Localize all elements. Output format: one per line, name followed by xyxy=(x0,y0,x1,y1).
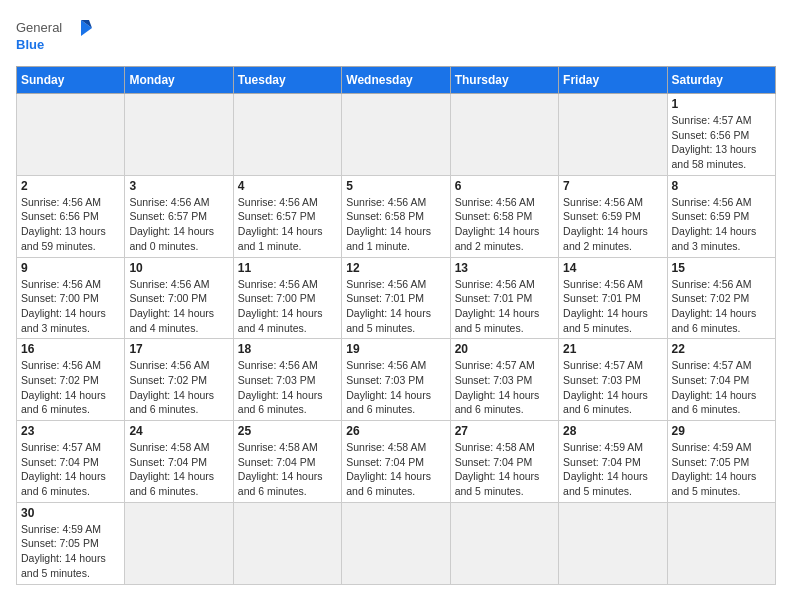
day-number: 27 xyxy=(455,424,554,438)
calendar-cell: 4Sunrise: 4:56 AM Sunset: 6:57 PM Daylig… xyxy=(233,175,341,257)
day-info: Sunrise: 4:56 AM Sunset: 7:01 PM Dayligh… xyxy=(563,277,662,336)
day-number: 26 xyxy=(346,424,445,438)
calendar-week-row: 23Sunrise: 4:57 AM Sunset: 7:04 PM Dayli… xyxy=(17,421,776,503)
day-info: Sunrise: 4:56 AM Sunset: 7:00 PM Dayligh… xyxy=(21,277,120,336)
calendar-cell: 11Sunrise: 4:56 AM Sunset: 7:00 PM Dayli… xyxy=(233,257,341,339)
calendar-week-row: 1Sunrise: 4:57 AM Sunset: 6:56 PM Daylig… xyxy=(17,94,776,176)
calendar-cell xyxy=(559,502,667,584)
day-number: 19 xyxy=(346,342,445,356)
day-info: Sunrise: 4:56 AM Sunset: 7:00 PM Dayligh… xyxy=(238,277,337,336)
calendar-cell: 8Sunrise: 4:56 AM Sunset: 6:59 PM Daylig… xyxy=(667,175,775,257)
calendar-table: SundayMondayTuesdayWednesdayThursdayFrid… xyxy=(16,66,776,585)
day-info: Sunrise: 4:58 AM Sunset: 7:04 PM Dayligh… xyxy=(238,440,337,499)
calendar-cell xyxy=(342,94,450,176)
day-info: Sunrise: 4:57 AM Sunset: 7:03 PM Dayligh… xyxy=(563,358,662,417)
logo: General Blue xyxy=(16,16,96,56)
calendar-cell: 26Sunrise: 4:58 AM Sunset: 7:04 PM Dayli… xyxy=(342,421,450,503)
day-number: 25 xyxy=(238,424,337,438)
day-info: Sunrise: 4:56 AM Sunset: 7:02 PM Dayligh… xyxy=(129,358,228,417)
day-number: 7 xyxy=(563,179,662,193)
calendar-cell: 30Sunrise: 4:59 AM Sunset: 7:05 PM Dayli… xyxy=(17,502,125,584)
calendar-cell: 29Sunrise: 4:59 AM Sunset: 7:05 PM Dayli… xyxy=(667,421,775,503)
day-info: Sunrise: 4:56 AM Sunset: 6:57 PM Dayligh… xyxy=(238,195,337,254)
day-number: 11 xyxy=(238,261,337,275)
day-info: Sunrise: 4:57 AM Sunset: 7:04 PM Dayligh… xyxy=(21,440,120,499)
calendar-cell: 27Sunrise: 4:58 AM Sunset: 7:04 PM Dayli… xyxy=(450,421,558,503)
day-info: Sunrise: 4:56 AM Sunset: 7:02 PM Dayligh… xyxy=(21,358,120,417)
calendar-week-row: 2Sunrise: 4:56 AM Sunset: 6:56 PM Daylig… xyxy=(17,175,776,257)
calendar-cell: 12Sunrise: 4:56 AM Sunset: 7:01 PM Dayli… xyxy=(342,257,450,339)
day-info: Sunrise: 4:56 AM Sunset: 6:56 PM Dayligh… xyxy=(21,195,120,254)
day-number: 16 xyxy=(21,342,120,356)
day-header-sunday: Sunday xyxy=(17,67,125,94)
calendar-cell xyxy=(450,502,558,584)
day-info: Sunrise: 4:56 AM Sunset: 7:03 PM Dayligh… xyxy=(238,358,337,417)
day-number: 12 xyxy=(346,261,445,275)
calendar-cell: 5Sunrise: 4:56 AM Sunset: 6:58 PM Daylig… xyxy=(342,175,450,257)
day-header-monday: Monday xyxy=(125,67,233,94)
calendar-cell xyxy=(233,94,341,176)
day-number: 24 xyxy=(129,424,228,438)
day-number: 28 xyxy=(563,424,662,438)
calendar-cell: 22Sunrise: 4:57 AM Sunset: 7:04 PM Dayli… xyxy=(667,339,775,421)
calendar-cell xyxy=(233,502,341,584)
day-header-friday: Friday xyxy=(559,67,667,94)
calendar-cell: 2Sunrise: 4:56 AM Sunset: 6:56 PM Daylig… xyxy=(17,175,125,257)
day-info: Sunrise: 4:56 AM Sunset: 7:01 PM Dayligh… xyxy=(346,277,445,336)
day-number: 14 xyxy=(563,261,662,275)
day-number: 18 xyxy=(238,342,337,356)
svg-text:General: General xyxy=(16,20,62,35)
day-header-saturday: Saturday xyxy=(667,67,775,94)
calendar-cell: 14Sunrise: 4:56 AM Sunset: 7:01 PM Dayli… xyxy=(559,257,667,339)
day-info: Sunrise: 4:56 AM Sunset: 7:03 PM Dayligh… xyxy=(346,358,445,417)
day-info: Sunrise: 4:57 AM Sunset: 7:03 PM Dayligh… xyxy=(455,358,554,417)
calendar-cell xyxy=(342,502,450,584)
day-info: Sunrise: 4:56 AM Sunset: 6:59 PM Dayligh… xyxy=(563,195,662,254)
day-info: Sunrise: 4:57 AM Sunset: 6:56 PM Dayligh… xyxy=(672,113,771,172)
calendar-cell xyxy=(17,94,125,176)
svg-text:Blue: Blue xyxy=(16,37,44,52)
day-info: Sunrise: 4:56 AM Sunset: 6:57 PM Dayligh… xyxy=(129,195,228,254)
day-info: Sunrise: 4:59 AM Sunset: 7:05 PM Dayligh… xyxy=(672,440,771,499)
calendar-cell: 21Sunrise: 4:57 AM Sunset: 7:03 PM Dayli… xyxy=(559,339,667,421)
calendar-cell: 17Sunrise: 4:56 AM Sunset: 7:02 PM Dayli… xyxy=(125,339,233,421)
day-header-tuesday: Tuesday xyxy=(233,67,341,94)
calendar-header-row: SundayMondayTuesdayWednesdayThursdayFrid… xyxy=(17,67,776,94)
day-info: Sunrise: 4:58 AM Sunset: 7:04 PM Dayligh… xyxy=(129,440,228,499)
day-number: 5 xyxy=(346,179,445,193)
day-info: Sunrise: 4:59 AM Sunset: 7:05 PM Dayligh… xyxy=(21,522,120,581)
calendar-cell: 24Sunrise: 4:58 AM Sunset: 7:04 PM Dayli… xyxy=(125,421,233,503)
day-info: Sunrise: 4:58 AM Sunset: 7:04 PM Dayligh… xyxy=(455,440,554,499)
calendar-cell: 9Sunrise: 4:56 AM Sunset: 7:00 PM Daylig… xyxy=(17,257,125,339)
day-number: 15 xyxy=(672,261,771,275)
calendar-cell: 20Sunrise: 4:57 AM Sunset: 7:03 PM Dayli… xyxy=(450,339,558,421)
day-number: 30 xyxy=(21,506,120,520)
calendar-cell: 19Sunrise: 4:56 AM Sunset: 7:03 PM Dayli… xyxy=(342,339,450,421)
day-number: 23 xyxy=(21,424,120,438)
calendar-cell: 13Sunrise: 4:56 AM Sunset: 7:01 PM Dayli… xyxy=(450,257,558,339)
calendar-cell: 1Sunrise: 4:57 AM Sunset: 6:56 PM Daylig… xyxy=(667,94,775,176)
day-number: 17 xyxy=(129,342,228,356)
calendar-cell xyxy=(125,94,233,176)
calendar-cell: 28Sunrise: 4:59 AM Sunset: 7:04 PM Dayli… xyxy=(559,421,667,503)
day-info: Sunrise: 4:56 AM Sunset: 7:01 PM Dayligh… xyxy=(455,277,554,336)
calendar-cell xyxy=(450,94,558,176)
day-info: Sunrise: 4:58 AM Sunset: 7:04 PM Dayligh… xyxy=(346,440,445,499)
day-info: Sunrise: 4:56 AM Sunset: 6:58 PM Dayligh… xyxy=(346,195,445,254)
calendar-cell: 15Sunrise: 4:56 AM Sunset: 7:02 PM Dayli… xyxy=(667,257,775,339)
day-header-thursday: Thursday xyxy=(450,67,558,94)
day-info: Sunrise: 4:57 AM Sunset: 7:04 PM Dayligh… xyxy=(672,358,771,417)
day-info: Sunrise: 4:59 AM Sunset: 7:04 PM Dayligh… xyxy=(563,440,662,499)
calendar-cell: 23Sunrise: 4:57 AM Sunset: 7:04 PM Dayli… xyxy=(17,421,125,503)
calendar-cell: 3Sunrise: 4:56 AM Sunset: 6:57 PM Daylig… xyxy=(125,175,233,257)
day-number: 10 xyxy=(129,261,228,275)
calendar-cell xyxy=(559,94,667,176)
day-info: Sunrise: 4:56 AM Sunset: 6:58 PM Dayligh… xyxy=(455,195,554,254)
day-number: 29 xyxy=(672,424,771,438)
calendar-cell: 10Sunrise: 4:56 AM Sunset: 7:00 PM Dayli… xyxy=(125,257,233,339)
day-info: Sunrise: 4:56 AM Sunset: 7:02 PM Dayligh… xyxy=(672,277,771,336)
day-number: 8 xyxy=(672,179,771,193)
calendar-week-row: 30Sunrise: 4:59 AM Sunset: 7:05 PM Dayli… xyxy=(17,502,776,584)
general-blue-logo-icon: General Blue xyxy=(16,16,96,56)
calendar-cell xyxy=(667,502,775,584)
